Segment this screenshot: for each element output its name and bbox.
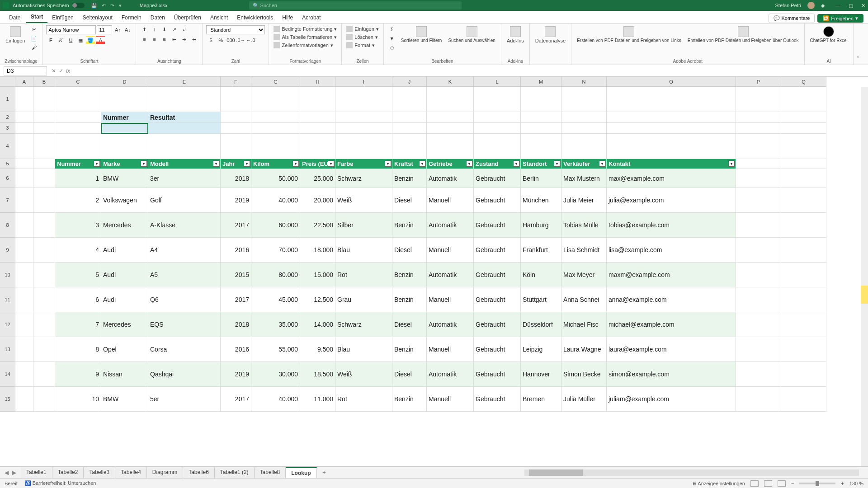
- enter-formula-icon[interactable]: ✓: [59, 68, 63, 74]
- col-header-L[interactable]: L: [474, 77, 521, 87]
- table-cell[interactable]: 2: [55, 188, 101, 213]
- sheet-next-icon[interactable]: ▶: [12, 469, 16, 476]
- table-cell[interactable]: 3er: [148, 169, 221, 188]
- table-cell[interactable]: Rot: [335, 387, 392, 412]
- tab-formeln[interactable]: Formeln: [117, 12, 146, 23]
- col-header-C[interactable]: C: [55, 77, 101, 87]
- table-cell[interactable]: 7: [55, 312, 101, 337]
- table-header-cell[interactable]: [781, 159, 826, 169]
- table-cell[interactable]: 55.000: [251, 337, 300, 362]
- table-cell[interactable]: 9: [55, 362, 101, 387]
- filter-button[interactable]: ▾: [292, 160, 299, 167]
- table-cell[interactable]: 50.000: [251, 169, 300, 188]
- cell[interactable]: [335, 134, 392, 159]
- row-header-2[interactable]: 2: [0, 112, 15, 123]
- table-cell[interactable]: Automatik: [427, 263, 474, 287]
- clear-icon[interactable]: ◇: [387, 43, 396, 52]
- table-cell[interactable]: BMW: [101, 169, 148, 188]
- sheet-tab-tabelle4[interactable]: Tabelle4: [115, 467, 147, 478]
- table-cell[interactable]: Benzin: [392, 387, 427, 412]
- avatar[interactable]: [807, 2, 815, 9]
- cell[interactable]: [148, 123, 221, 134]
- cell[interactable]: [335, 112, 392, 123]
- table-cell[interactable]: 80.000: [251, 263, 300, 287]
- table-cell[interactable]: [15, 387, 33, 412]
- table-cell[interactable]: 6: [55, 287, 101, 312]
- cell[interactable]: [15, 134, 33, 159]
- filter-button[interactable]: ▾: [328, 160, 334, 167]
- sheet-tab-tabelle3[interactable]: Tabelle3: [84, 467, 115, 478]
- table-cell[interactable]: Opel: [101, 337, 148, 362]
- cell[interactable]: [736, 123, 781, 134]
- table-cell[interactable]: Schwarz: [335, 169, 392, 188]
- table-cell[interactable]: [736, 169, 781, 188]
- col-header-N[interactable]: N: [561, 77, 607, 87]
- chatgpt-button[interactable]: ChatGPT for Excel: [808, 25, 849, 44]
- col-header-D[interactable]: D: [101, 77, 148, 87]
- comments-button[interactable]: 💬 Kommentare: [769, 14, 815, 23]
- table-cell[interactable]: maxm@example.com: [607, 263, 736, 287]
- cell[interactable]: [335, 123, 392, 134]
- cell[interactable]: [607, 87, 736, 112]
- table-cell[interactable]: Leipzig: [521, 337, 561, 362]
- cell[interactable]: [101, 134, 148, 159]
- cell-styles-button[interactable]: Zellenformatvorlagen ▾: [273, 42, 334, 49]
- table-cell[interactable]: Weiß: [335, 188, 392, 213]
- cell[interactable]: [148, 87, 221, 112]
- table-cell[interactable]: 2018: [221, 312, 251, 337]
- cell[interactable]: [300, 123, 335, 134]
- tab-hilfe[interactable]: Hilfe: [278, 12, 297, 23]
- maximize-icon[interactable]: ▢: [849, 3, 853, 9]
- table-cell[interactable]: Automatik: [427, 213, 474, 238]
- table-cell[interactable]: [15, 362, 33, 387]
- col-header-E[interactable]: E: [148, 77, 221, 87]
- sheet-tab-tabelle12[interactable]: Tabelle1 (2): [215, 467, 255, 478]
- row-header-11[interactable]: 11: [0, 287, 15, 312]
- find-select-button[interactable]: Suchen und Auswählen: [446, 25, 497, 44]
- col-header-B[interactable]: B: [33, 77, 55, 87]
- col-header-H[interactable]: H: [300, 77, 335, 87]
- table-cell[interactable]: Julia Müller: [561, 387, 607, 412]
- table-cell[interactable]: Hannover: [521, 362, 561, 387]
- table-cell[interactable]: [781, 312, 826, 337]
- decrease-indent-icon[interactable]: ⇤: [170, 35, 179, 43]
- table-cell[interactable]: Qashqai: [148, 362, 221, 387]
- table-cell[interactable]: 60.000: [251, 213, 300, 238]
- percent-icon[interactable]: %: [216, 36, 225, 44]
- tab-seitenlayout[interactable]: Seitenlayout: [78, 12, 117, 23]
- qat-more-icon[interactable]: ▾: [119, 3, 122, 9]
- col-header-J[interactable]: J: [392, 77, 427, 87]
- toggle-icon[interactable]: [72, 3, 85, 8]
- table-header-cell[interactable]: Farbe▾: [335, 159, 392, 169]
- table-cell[interactable]: [781, 263, 826, 287]
- table-cell[interactable]: BMW: [101, 387, 148, 412]
- table-cell[interactable]: 4: [55, 238, 101, 263]
- selected-cell[interactable]: [101, 123, 148, 134]
- cell[interactable]: [521, 112, 561, 123]
- cell[interactable]: [221, 112, 251, 123]
- table-cell[interactable]: Diesel: [392, 362, 427, 387]
- cell[interactable]: [251, 123, 300, 134]
- table-cell[interactable]: 10: [55, 387, 101, 412]
- table-header-cell[interactable]: Marke▾: [101, 159, 148, 169]
- table-cell[interactable]: [736, 387, 781, 412]
- scrollbar-thumb[interactable]: [529, 469, 583, 476]
- table-cell[interactable]: [15, 169, 33, 188]
- table-cell[interactable]: Köln: [521, 263, 561, 287]
- zoom-level[interactable]: 130 %: [849, 481, 863, 486]
- table-header-cell[interactable]: Verkäufer▾: [561, 159, 607, 169]
- table-cell[interactable]: julia@example.com: [607, 188, 736, 213]
- autosave-toggle[interactable]: Automatisches Speichern: [13, 3, 85, 8]
- table-cell[interactable]: [33, 312, 55, 337]
- table-cell[interactable]: Audi: [101, 238, 148, 263]
- table-cell[interactable]: [781, 188, 826, 213]
- italic-icon[interactable]: K: [56, 36, 65, 44]
- col-header-P[interactable]: P: [736, 77, 781, 87]
- filter-button[interactable]: ▾: [94, 160, 100, 167]
- col-header-O[interactable]: O: [607, 77, 736, 87]
- decrease-decimal-icon[interactable]: ←.0: [246, 36, 255, 44]
- align-left-icon[interactable]: ≡: [140, 35, 149, 43]
- table-header-cell[interactable]: Nummer▾: [55, 159, 101, 169]
- table-cell[interactable]: laura@example.com: [607, 337, 736, 362]
- table-cell[interactable]: [736, 263, 781, 287]
